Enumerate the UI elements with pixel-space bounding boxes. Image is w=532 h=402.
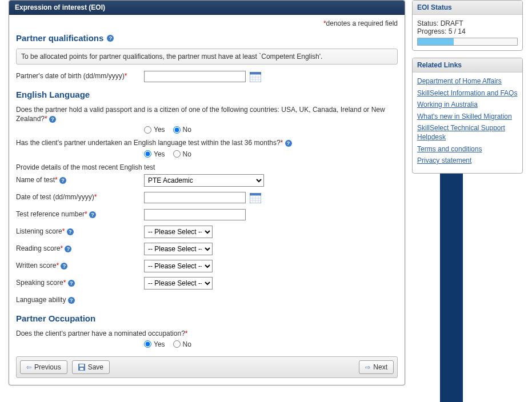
passport-yes-radio[interactable]: Yes [144,126,165,134]
help-icon[interactable]: ? [107,35,114,42]
reading-score-select[interactable]: -- Please Select -- [144,243,213,255]
svg-rect-16 [80,368,83,370]
speaking-score-select[interactable]: -- Please Select -- [144,277,213,290]
link-privacy[interactable]: Privacy statement [417,156,471,164]
listening-score-select[interactable]: -- Please Select -- [144,226,213,238]
link-whats-new[interactable]: What's new in Skilled Migration [417,112,512,120]
svg-rect-0 [250,72,261,74]
section-english-language: English Language [16,90,398,99]
progress-bar [417,38,518,46]
label-language-ability: Language ability ? [16,296,144,305]
label-reading: Reading score* ? [16,244,144,254]
help-icon[interactable]: ? [59,177,66,184]
related-links-header: Related Links [413,58,522,73]
help-icon[interactable]: ? [65,246,71,252]
eoi-status-panel: EOI Status Status: DRAFT Progress: 5 / 1… [412,0,523,51]
panel-title: Expression of interest (EOI) [9,1,405,15]
help-icon[interactable]: ? [285,140,292,147]
eoi-status-value: Status: DRAFT [417,19,518,27]
section-partner-qualifications: Partner qualifications ? [16,33,398,43]
help-icon[interactable]: ? [67,228,74,235]
link-skillselect-info[interactable]: SkillSelect Information and FAQs [417,89,517,97]
label-name-of-test: Name of test* ? [16,176,144,185]
help-icon[interactable]: ? [61,263,67,270]
question-nominated-occupation: Does the client's partner have a nominat… [16,329,398,338]
englishtest-yes-radio[interactable]: Yes [144,150,165,158]
save-button[interactable]: Save [72,360,110,374]
written-score-select[interactable]: -- Please Select -- [144,260,213,272]
label-speaking: Speaking score* ? [16,279,144,288]
sidebar: EOI Status Status: DRAFT Progress: 5 / 1… [412,0,523,385]
progress-fill [418,38,454,45]
calendar-icon[interactable] [250,193,261,203]
section-partner-occupation: Partner Occupation [16,313,398,323]
related-links-panel: Related Links Department of Home Affairs… [412,58,523,174]
hint-competent-english: To be allocated points for partner quali… [16,49,398,65]
help-icon[interactable]: ? [68,280,75,287]
label-listening: Listening score* ? [16,227,144,236]
date-of-test-input[interactable] [144,192,246,203]
help-icon[interactable]: ? [68,297,75,304]
next-button[interactable]: Next [359,360,394,374]
svg-rect-7 [250,193,261,195]
label-test-ref: Test reference number* ? [16,210,144,219]
save-icon [78,364,85,371]
link-technical-support[interactable]: SkillSelect Technical Support Helpdesk [417,124,505,141]
arrow-left-icon [26,363,31,371]
help-icon[interactable]: ? [89,211,96,218]
nominated-yes-radio[interactable]: Yes [144,340,165,348]
recent-test-intro: Provide details of the most recent Engli… [16,163,398,172]
label-date-of-test: Date of test (dd/mm/yyyy)* [16,193,144,202]
englishtest-no-radio[interactable]: No [173,150,191,158]
eoi-progress-label: Progress: 5 / 14 [417,27,518,35]
question-english-test: Has the client's partner undertaken an E… [16,138,398,147]
link-terms[interactable]: Terms and conditions [417,145,482,153]
eoi-main-panel: Expression of interest (EOI) *denotes a … [9,0,405,385]
link-home-affairs[interactable]: Department of Home Affairs [417,77,502,85]
name-of-test-select[interactable]: PTE Academic [144,174,264,187]
required-note: *denotes a required field [16,19,398,27]
nominated-no-radio[interactable]: No [173,340,191,348]
calendar-icon[interactable] [250,72,261,82]
test-ref-input[interactable] [144,209,246,220]
eoi-status-header: EOI Status [413,1,522,15]
label-partner-dob: Partner's date of birth (dd/mm/yyyy)* [16,72,144,81]
previous-button[interactable]: Previous [20,360,67,374]
action-toolbar: Previous Save Next [16,356,398,378]
passport-no-radio[interactable]: No [173,126,191,134]
help-icon[interactable]: ? [49,116,56,123]
question-passport: Does the partner hold a valid passport a… [16,105,398,123]
partner-dob-input[interactable] [144,71,246,82]
link-working-australia[interactable]: Working in Australia [417,100,478,108]
svg-rect-15 [79,364,84,367]
arrow-right-icon [365,363,370,371]
label-written: Written score* ? [16,262,144,271]
